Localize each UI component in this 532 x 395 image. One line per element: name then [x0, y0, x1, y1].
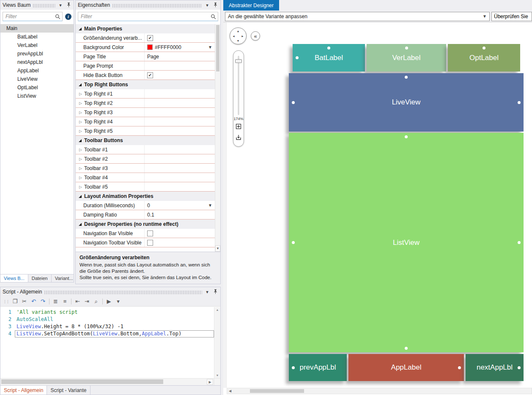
- property-row-top-right-3[interactable]: ▷Top Right #3: [76, 108, 215, 117]
- tree-item-prevapplbl[interactable]: prevAppLbl: [0, 49, 74, 58]
- scroll-up-icon[interactable]: ▲: [214, 307, 220, 313]
- property-row-toolbar-4[interactable]: ▷Toolbar #4: [76, 173, 215, 182]
- run-icon[interactable]: ▶: [106, 299, 112, 304]
- property-value[interactable]: [144, 145, 215, 154]
- checkbox-unchecked[interactable]: [147, 230, 153, 236]
- comment-icon[interactable]: ≣: [52, 299, 59, 304]
- anchor-dot[interactable]: [405, 347, 408, 350]
- tab-abstract-designer[interactable]: Abstrakter Designer: [223, 0, 279, 11]
- cut-icon[interactable]: ✂: [21, 299, 27, 304]
- tree-item-applabel[interactable]: AppLabel: [0, 66, 74, 75]
- tab-variant[interactable]: Variant...: [52, 274, 77, 282]
- anchor-dot[interactable]: [518, 241, 521, 244]
- anchor-dot[interactable]: [292, 101, 295, 104]
- scroll-down-icon[interactable]: ▼: [214, 373, 220, 378]
- property-value[interactable]: [144, 61, 215, 70]
- code-line-2[interactable]: AutoScaleAll: [15, 316, 214, 323]
- property-row-top-right-4[interactable]: ▷Top Right #4: [76, 117, 215, 126]
- property-row-navigation-bar-visible[interactable]: Navigation Bar Visible: [76, 229, 215, 238]
- code-area[interactable]: 'All variants scriptAutoScaleAllLiveView…: [15, 307, 214, 378]
- view-prevapplbl[interactable]: prevAppLbl: [289, 354, 347, 381]
- copy-icon[interactable]: ❐: [12, 299, 18, 304]
- export-layout-icon[interactable]: [236, 134, 241, 142]
- checkbox-unchecked[interactable]: [147, 240, 153, 246]
- pin-icon[interactable]: [66, 2, 71, 8]
- property-category-layout-animation-properties[interactable]: Layout Animation Properties: [76, 192, 215, 201]
- property-row-toolbar-3[interactable]: ▷Toolbar #3: [76, 164, 215, 173]
- chevron-down-icon[interactable]: ▾: [204, 289, 210, 295]
- chevron-down-icon[interactable]: ▼: [208, 203, 212, 208]
- property-value[interactable]: [144, 238, 215, 247]
- property-row-hide-back-button[interactable]: Hide Back Button✔: [76, 71, 215, 80]
- property-category-main-properties[interactable]: Main Properties: [76, 24, 215, 33]
- pan-control[interactable]: ▲ ▼ ◄ ►: [230, 27, 247, 44]
- property-value[interactable]: [144, 99, 215, 107]
- chevron-down-icon[interactable]: ▾: [58, 3, 63, 8]
- anchor-dot[interactable]: [458, 366, 461, 369]
- scroll-left-icon[interactable]: ◀: [227, 388, 233, 394]
- property-value[interactable]: 0.1: [144, 210, 215, 219]
- property-value[interactable]: [144, 229, 215, 238]
- scrollbar-thumb[interactable]: [250, 389, 304, 393]
- property-category-top-right-buttons[interactable]: Top Right Buttons: [76, 80, 215, 89]
- properties-scrollbar[interactable]: ▼: [215, 24, 220, 252]
- expand-icon[interactable]: ▷: [79, 101, 82, 105]
- pan-up-icon[interactable]: ▲: [237, 30, 240, 33]
- outdent-icon[interactable]: ⇤: [74, 299, 81, 304]
- pin-icon[interactable]: [212, 289, 218, 295]
- property-value[interactable]: #FFFF0000▼: [144, 43, 215, 52]
- scroll-down-icon[interactable]: ▼: [215, 245, 220, 252]
- property-value[interactable]: ✔: [144, 71, 215, 80]
- tree-item-listview[interactable]: ListView: [0, 92, 74, 100]
- property-row-duration-milliseconds[interactable]: Duration (Milliseconds)0▼: [76, 201, 215, 210]
- uncomment-icon[interactable]: ≡: [62, 299, 68, 304]
- anchor-dot[interactable]: [405, 76, 408, 79]
- anchor-dot[interactable]: [518, 366, 521, 369]
- property-value[interactable]: [144, 126, 215, 135]
- property-value[interactable]: 0▼: [144, 201, 215, 210]
- color-swatch[interactable]: [147, 44, 153, 50]
- expand-icon[interactable]: ▷: [79, 176, 82, 180]
- tree-item-verlabel[interactable]: VerLabel: [0, 41, 74, 49]
- property-row-toolbar-1[interactable]: ▷Toolbar #1: [76, 145, 215, 154]
- expand-icon[interactable]: ▷: [79, 157, 82, 161]
- canvas-horizontal-scrollbar[interactable]: ◀: [227, 388, 532, 394]
- search-icon[interactable]: ⌕: [93, 299, 99, 304]
- tree-item-liveview[interactable]: LiveView: [0, 75, 74, 83]
- scrollbar-thumb[interactable]: [216, 25, 219, 71]
- property-value[interactable]: [144, 108, 215, 117]
- script-editor[interactable]: 1234 'All variants scriptAutoScaleAllLiv…: [0, 307, 214, 378]
- tree-item-optlabel[interactable]: OptLabel: [0, 83, 74, 92]
- toolbar-grip[interactable]: ⋮⋮: [3, 299, 9, 304]
- variant-select[interactable]: An die gewählte Variante anpassen ▼: [225, 12, 490, 21]
- editor-horizontal-scrollbar[interactable]: ▶: [0, 378, 220, 385]
- scrollbar-thumb[interactable]: [1, 379, 163, 384]
- view-batlabel[interactable]: BatLabel: [293, 44, 365, 71]
- tab-script-variante[interactable]: Script - Variante: [47, 386, 90, 395]
- anchor-dot[interactable]: [327, 47, 330, 49]
- indent-icon[interactable]: ⇥: [84, 299, 90, 304]
- scroll-right-icon[interactable]: ▶: [207, 379, 213, 385]
- pin-icon[interactable]: [212, 2, 218, 8]
- view-verlabel[interactable]: VerLabel: [367, 44, 446, 71]
- anchor-dot[interactable]: [518, 101, 521, 104]
- property-row-page-prompt[interactable]: Page Prompt: [76, 61, 215, 71]
- property-value[interactable]: [144, 164, 215, 173]
- property-row-top-right-2[interactable]: ▷Top Right #2: [76, 99, 215, 108]
- tree-item-nextapplbl[interactable]: nextAppLbl: [0, 58, 74, 66]
- expand-icon[interactable]: ▷: [79, 129, 82, 133]
- tab-views-b[interactable]: Views B...: [0, 274, 28, 282]
- zoom-slider-thumb[interactable]: [235, 59, 242, 63]
- anchor-dot[interactable]: [405, 135, 408, 138]
- code-line-4[interactable]: ListView.SetTopAndBottom(LiveView.Bottom…: [15, 330, 214, 337]
- property-value[interactable]: ✔: [144, 33, 215, 42]
- checkbox-checked[interactable]: ✔: [147, 72, 153, 78]
- zoom-fit-icon[interactable]: [236, 123, 241, 131]
- view-listview[interactable]: ListView: [289, 133, 524, 352]
- tab-script-allgemein[interactable]: Script - Allgemein: [0, 386, 47, 395]
- property-row-background-color[interactable]: Background Color#FFFF0000▼: [76, 43, 215, 52]
- undo-icon[interactable]: ↶: [30, 299, 37, 304]
- pan-right-icon[interactable]: ►: [241, 35, 244, 38]
- expand-icon[interactable]: ▷: [79, 166, 82, 170]
- property-value[interactable]: Page: [144, 52, 215, 61]
